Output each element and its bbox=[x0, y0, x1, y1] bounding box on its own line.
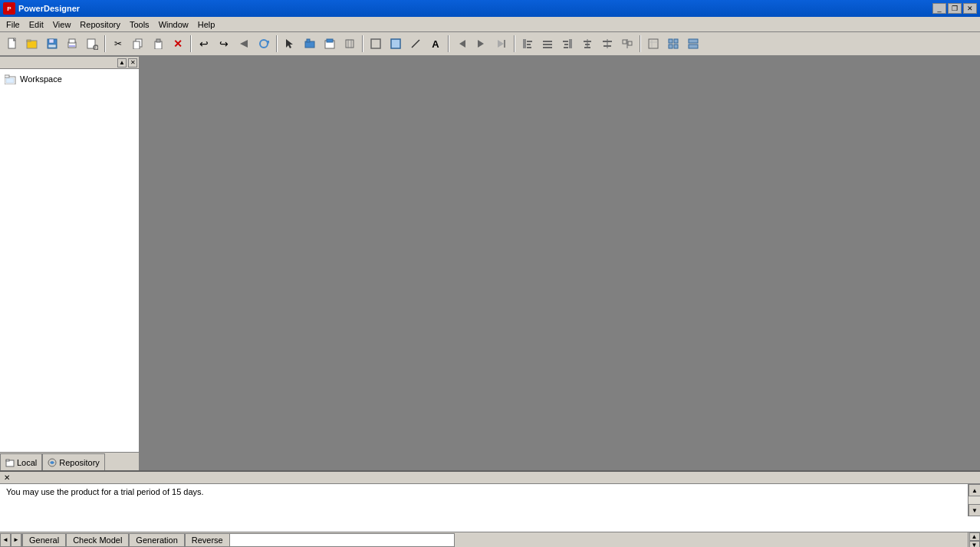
svg-rect-30 bbox=[391, 39, 400, 48]
svg-marker-33 bbox=[478, 40, 484, 48]
copy-button[interactable] bbox=[129, 35, 147, 53]
menu-window[interactable]: Window bbox=[154, 18, 193, 31]
workspace-item[interactable]: Workspace bbox=[3, 72, 136, 86]
back-button[interactable] bbox=[235, 35, 253, 53]
output-content: You may use the product for a trial peri… bbox=[0, 484, 980, 532]
svg-rect-9 bbox=[69, 39, 75, 43]
redo-button[interactable]: ↪ bbox=[215, 35, 233, 53]
bottom-nav-left: ◄ ► bbox=[0, 533, 21, 547]
tab-generation[interactable]: Generation bbox=[129, 533, 184, 547]
panel-tabs: Local Repository bbox=[0, 452, 139, 470]
svg-rect-4 bbox=[27, 40, 31, 41]
align6-button[interactable] bbox=[618, 35, 636, 53]
bottom-tabs: ◄ ► General Check Model Generation Rever… bbox=[0, 532, 980, 547]
separator-7 bbox=[640, 35, 641, 52]
title-bar-left: P PowerDesigner bbox=[3, 2, 80, 15]
tab-scroll-track: General Check Model Generation Reverse bbox=[21, 533, 455, 547]
svg-rect-46 bbox=[564, 47, 568, 48]
svg-rect-67 bbox=[5, 75, 9, 77]
paste-button[interactable] bbox=[149, 35, 167, 53]
align1-button[interactable] bbox=[518, 35, 537, 53]
minimize-button[interactable]: _ bbox=[932, 3, 946, 14]
bottom-header: ✕ bbox=[0, 472, 980, 484]
tab-scroll-left[interactable]: ◄ bbox=[0, 533, 11, 547]
draw1-button[interactable] bbox=[367, 35, 385, 53]
window-controls: _ ❐ ✕ bbox=[932, 3, 977, 14]
zoom-in-button[interactable] bbox=[301, 35, 319, 53]
nav-back-button[interactable] bbox=[452, 35, 471, 53]
zoom-out-button[interactable] bbox=[321, 35, 339, 53]
menu-help[interactable]: Help bbox=[193, 18, 220, 31]
svg-rect-57 bbox=[649, 39, 658, 48]
scroll-up-button[interactable]: ▲ bbox=[968, 484, 980, 496]
svg-line-13 bbox=[97, 49, 98, 50]
svg-marker-21 bbox=[286, 39, 293, 48]
open-button[interactable] bbox=[23, 35, 41, 53]
title-bar: P PowerDesigner _ ❐ ✕ bbox=[0, 0, 980, 17]
tab-scroll-right[interactable]: ► bbox=[11, 533, 21, 547]
svg-marker-32 bbox=[459, 40, 465, 48]
undo-button[interactable]: ↩ bbox=[195, 35, 213, 53]
panel-close[interactable]: ✕ bbox=[128, 58, 137, 68]
align4-button[interactable] bbox=[578, 35, 597, 53]
close-button[interactable]: ✕ bbox=[963, 3, 977, 14]
output-close-button[interactable]: ✕ bbox=[2, 473, 12, 483]
align5-button[interactable] bbox=[598, 35, 617, 53]
menu-tools[interactable]: Tools bbox=[125, 18, 154, 31]
svg-marker-34 bbox=[498, 40, 504, 48]
align2-button[interactable] bbox=[538, 35, 557, 53]
menu-edit[interactable]: Edit bbox=[25, 18, 48, 31]
scroll-down-button[interactable]: ▼ bbox=[968, 504, 980, 516]
restore-button[interactable]: ❐ bbox=[948, 3, 962, 14]
svg-rect-68 bbox=[6, 78, 14, 83]
output-scrollbar[interactable]: ▲ ▼ bbox=[968, 484, 980, 516]
select-button[interactable] bbox=[281, 35, 299, 53]
panel-scroll-up[interactable]: ▲ bbox=[117, 58, 127, 68]
menu-view[interactable]: View bbox=[48, 18, 76, 31]
svg-rect-44 bbox=[563, 41, 568, 42]
line-button[interactable] bbox=[406, 35, 425, 53]
cut-button[interactable]: ✂ bbox=[109, 35, 127, 53]
draw2-button[interactable] bbox=[386, 35, 405, 53]
nav-fwd-button[interactable] bbox=[472, 35, 491, 53]
tab-general[interactable]: General bbox=[22, 533, 66, 547]
refresh-button[interactable] bbox=[255, 35, 273, 53]
svg-rect-52 bbox=[603, 41, 612, 42]
save-button[interactable] bbox=[43, 35, 61, 53]
tab-local[interactable]: Local bbox=[0, 453, 42, 470]
tab-reverse[interactable]: Reverse bbox=[185, 533, 230, 547]
svg-rect-25 bbox=[327, 39, 333, 42]
svg-rect-56 bbox=[628, 41, 632, 45]
align3-button[interactable] bbox=[558, 35, 577, 53]
new-button[interactable] bbox=[3, 35, 21, 53]
text-button[interactable]: A bbox=[426, 35, 445, 53]
bottom-scroll-up[interactable]: ▲ bbox=[969, 532, 980, 541]
right-scroll-area: ▲ ▼ bbox=[968, 532, 980, 547]
separator-6 bbox=[514, 35, 515, 52]
scroll-track[interactable] bbox=[968, 496, 980, 504]
svg-rect-49 bbox=[585, 44, 590, 45]
bottom-scroll-down[interactable]: ▼ bbox=[969, 541, 980, 547]
view2-button[interactable] bbox=[664, 35, 682, 53]
svg-rect-37 bbox=[527, 41, 532, 42]
toolbar: ✂ ✕ ↩ ↪ bbox=[0, 32, 980, 57]
svg-rect-23 bbox=[307, 39, 310, 42]
fit-button[interactable] bbox=[340, 35, 359, 53]
print-button[interactable] bbox=[63, 35, 81, 53]
menu-bar: File Edit View Repository Tools Window H… bbox=[0, 17, 980, 32]
main-layout: ▲ ✕ Workspace Loca bbox=[0, 57, 980, 470]
tab-check-model[interactable]: Check Model bbox=[66, 533, 129, 547]
separator-5 bbox=[448, 35, 449, 52]
view3-button[interactable] bbox=[684, 35, 702, 53]
menu-file[interactable]: File bbox=[2, 18, 25, 31]
preview-button[interactable] bbox=[83, 35, 101, 53]
app-title: PowerDesigner bbox=[18, 4, 80, 13]
menu-repository[interactable]: Repository bbox=[75, 18, 125, 31]
panel-content: Workspace bbox=[0, 69, 139, 452]
nav-next-button[interactable] bbox=[492, 35, 511, 53]
view1-button[interactable] bbox=[644, 35, 663, 53]
svg-rect-39 bbox=[527, 47, 531, 48]
svg-rect-29 bbox=[371, 39, 380, 48]
tab-repository[interactable]: Repository bbox=[42, 453, 105, 470]
delete-button[interactable]: ✕ bbox=[169, 35, 187, 53]
